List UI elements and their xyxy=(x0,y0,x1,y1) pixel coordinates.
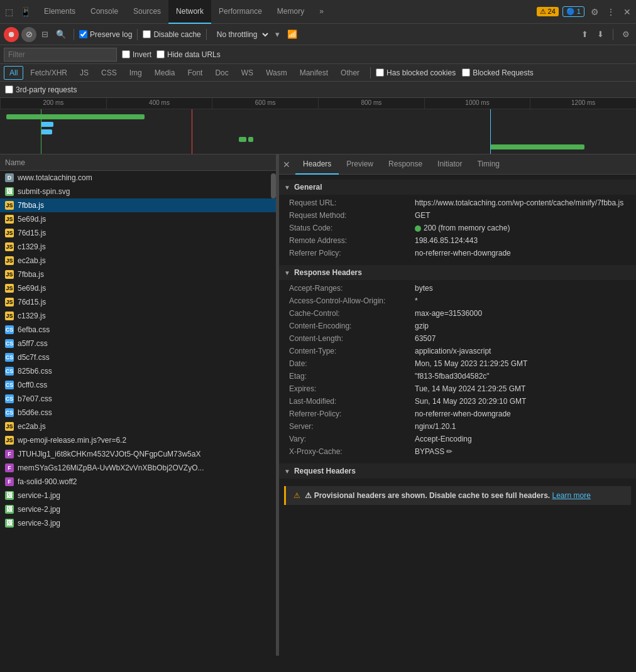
more-options-icon[interactable]: ⋮ xyxy=(605,6,617,18)
waterfall-bar-2 xyxy=(41,122,53,127)
detail-row: Content-Encoding: gzip xyxy=(279,320,636,333)
file-item[interactable]: JS5e69d.js xyxy=(0,281,276,295)
disable-cache-input[interactable] xyxy=(143,30,151,38)
file-list-scroll[interactable]: Dwww.totalcaching.com🖼submit-spin.svgJS7… xyxy=(0,171,276,656)
filter-icon[interactable]: ⊟ xyxy=(39,28,51,40)
warning-link[interactable]: Learn more xyxy=(552,491,591,500)
type-doc[interactable]: Doc xyxy=(209,66,234,80)
wifi-icon[interactable]: 📶 xyxy=(285,28,300,40)
preserve-log-input[interactable] xyxy=(79,30,87,38)
type-fetch-xhr[interactable]: Fetch/XHR xyxy=(25,66,73,80)
invert-checkbox[interactable]: Invert xyxy=(122,50,151,59)
type-other[interactable]: Other xyxy=(335,66,365,80)
detail-close-button[interactable]: ✕ xyxy=(283,160,290,170)
type-img[interactable]: Img xyxy=(124,66,148,80)
has-blocked-cookies-checkbox[interactable]: Has blocked cookies xyxy=(376,68,456,77)
general-section-header[interactable]: ▼ General xyxy=(279,180,636,195)
file-item[interactable]: CS0cff0.css xyxy=(0,378,276,392)
detail-panel: ✕ Headers Preview Response Initiator Tim… xyxy=(279,154,636,656)
tab-network[interactable]: Network xyxy=(168,0,211,24)
type-manifest[interactable]: Manifest xyxy=(294,66,334,80)
file-item[interactable]: JS5e69d.js xyxy=(0,212,276,226)
blocked-requests-input[interactable] xyxy=(462,68,470,77)
file-item[interactable]: Dwww.totalcaching.com xyxy=(0,171,276,185)
file-item[interactable]: CS6efba.css xyxy=(0,323,276,337)
file-item[interactable]: CSb7e07.css xyxy=(0,392,276,406)
type-ws[interactable]: WS xyxy=(236,66,259,80)
file-item[interactable]: JSec2ab.js xyxy=(0,254,276,268)
invert-input[interactable] xyxy=(122,50,130,58)
third-party-checkbox[interactable]: 3rd-party requests xyxy=(5,85,77,94)
tab-response[interactable]: Response xyxy=(381,154,430,175)
warning-badge[interactable]: ⚠ 24 xyxy=(537,7,559,16)
tab-initiator[interactable]: Initiator xyxy=(430,154,469,175)
throttle-dropdown-icon[interactable]: ▾ xyxy=(273,28,282,40)
tab-headers[interactable]: Headers xyxy=(295,154,339,175)
blocked-cookies-input[interactable] xyxy=(376,68,384,77)
preserve-log-checkbox[interactable]: Preserve log xyxy=(79,30,132,39)
upload-icon[interactable]: ⬆ xyxy=(579,28,591,40)
detail-value: 63507 xyxy=(415,334,626,343)
settings-icon[interactable]: ⚙ xyxy=(588,6,601,18)
file-item[interactable]: JSec2ab.js xyxy=(0,420,276,433)
file-item[interactable]: JS76d15.js xyxy=(0,295,276,309)
response-headers-content: Accept-Ranges: bytes Access-Control-Allo… xyxy=(279,280,636,461)
download-icon[interactable]: ⬇ xyxy=(595,28,606,40)
file-item[interactable]: JSc1329.js xyxy=(0,309,276,323)
stop-button[interactable]: ⊘ xyxy=(21,27,36,42)
scrollbar-thumb[interactable] xyxy=(271,173,276,198)
request-headers-section-header[interactable]: ▼ Request Headers xyxy=(279,463,636,479)
file-item[interactable]: 🖼submit-spin.svg xyxy=(0,185,276,198)
file-item[interactable]: CSb5d6e.css xyxy=(0,406,276,420)
file-item[interactable]: JS7fbba.js xyxy=(0,198,276,212)
detail-value: * xyxy=(415,296,626,305)
hide-data-urls-checkbox[interactable]: Hide data URLs xyxy=(156,50,221,59)
type-font[interactable]: Font xyxy=(182,66,208,80)
device-icon[interactable]: 📱 xyxy=(19,6,31,18)
search-icon[interactable]: 🔍 xyxy=(53,28,69,40)
file-item[interactable]: Ffa-solid-900.woff2 xyxy=(0,475,276,489)
timeline-waterfall[interactable] xyxy=(0,109,636,154)
detail-scroll[interactable]: ▼ General Request URL: https://www.total… xyxy=(279,175,636,656)
type-js[interactable]: JS xyxy=(74,66,94,80)
network-settings-icon[interactable]: ⚙ xyxy=(620,28,632,40)
type-css[interactable]: CSS xyxy=(96,66,123,80)
tab-preview[interactable]: Preview xyxy=(339,154,381,175)
inspect-icon[interactable]: ⬚ xyxy=(3,6,15,18)
file-item[interactable]: CSa5ff7.css xyxy=(0,337,276,350)
tab-performance[interactable]: Performance xyxy=(211,0,270,24)
throttle-select[interactable]: No throttling xyxy=(212,28,270,41)
record-button[interactable]: ⏺ xyxy=(4,27,19,42)
filter-input[interactable] xyxy=(4,48,117,62)
detail-value: max-age=31536000 xyxy=(415,309,626,318)
file-item[interactable]: 🖼service-2.jpg xyxy=(0,502,276,516)
hide-data-urls-input[interactable] xyxy=(156,50,165,58)
type-all[interactable]: All xyxy=(4,66,23,80)
file-item[interactable]: JS7fbba.js xyxy=(0,268,276,281)
tab-more[interactable]: » xyxy=(312,0,331,24)
file-item[interactable]: JSc1329.js xyxy=(0,240,276,254)
file-item[interactable]: JS76d15.js xyxy=(0,226,276,240)
file-item[interactable]: FJTUHJlg1_i6t8kCHKm4532VJOt5-QNFgpCuM73w… xyxy=(0,447,276,461)
file-item[interactable]: FmemSYaGs126MiZpBA-UvWbX2vVnXBbObj2OVZyO… xyxy=(0,461,276,475)
type-media[interactable]: Media xyxy=(149,66,181,80)
file-name: c1329.js xyxy=(18,242,46,251)
file-item[interactable]: 🖼service-3.jpg xyxy=(0,516,276,530)
third-party-input[interactable] xyxy=(5,85,13,94)
file-item[interactable]: CSd5c7f.css xyxy=(0,350,276,364)
file-item[interactable]: JSwp-emoji-release.min.js?ver=6.2 xyxy=(0,433,276,447)
tab-elements[interactable]: Elements xyxy=(36,0,83,24)
type-wasm[interactable]: Wasm xyxy=(260,66,293,80)
info-badge[interactable]: 🔵 1 xyxy=(562,6,584,17)
tab-memory[interactable]: Memory xyxy=(270,0,312,24)
blocked-requests-checkbox[interactable]: Blocked Requests xyxy=(462,68,534,77)
detail-value: Sun, 14 May 2023 20:29:10 GMT xyxy=(415,397,626,406)
tab-timing[interactable]: Timing xyxy=(469,154,507,175)
file-item[interactable]: CS825b6.css xyxy=(0,364,276,378)
file-item[interactable]: 🖼service-1.jpg xyxy=(0,489,276,502)
disable-cache-checkbox[interactable]: Disable cache xyxy=(143,30,200,39)
response-headers-section-header[interactable]: ▼ Response Headers xyxy=(279,265,636,280)
close-icon[interactable]: ✕ xyxy=(621,6,633,18)
tab-sources[interactable]: Sources xyxy=(126,0,168,24)
tab-console[interactable]: Console xyxy=(83,0,126,24)
